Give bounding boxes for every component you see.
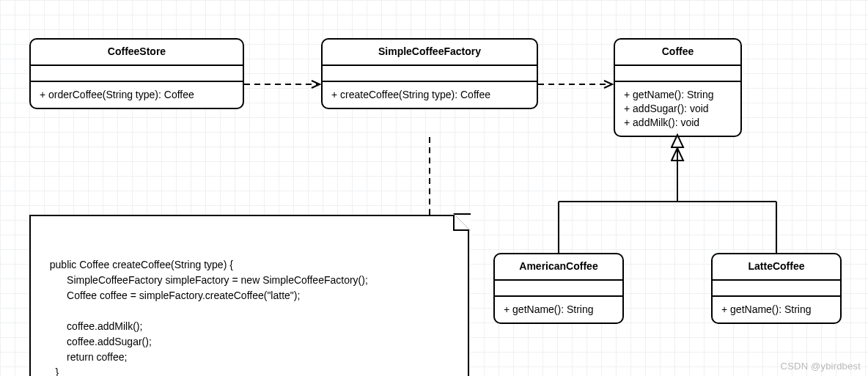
note-fold-icon xyxy=(453,215,469,231)
code-note: public Coffee createCoffee(String type) … xyxy=(29,215,469,376)
class-coffee-store: CoffeeStore + orderCoffee(String type): … xyxy=(29,38,244,109)
watermark: CSDN @ybirdbest xyxy=(781,361,861,372)
class-title: AmericanCoffee xyxy=(495,254,622,279)
class-latte-coffee: LatteCoffee + getName(): String xyxy=(711,253,842,324)
class-operations: + orderCoffee(String type): Coffee xyxy=(31,81,243,108)
class-operations: + getName(): String + addSugar(): void +… xyxy=(615,81,740,136)
class-operations: + getName(): String xyxy=(495,295,622,322)
class-attributes xyxy=(495,279,622,295)
class-title: CoffeeStore xyxy=(31,40,243,64)
class-american-coffee: AmericanCoffee + getName(): String xyxy=(493,253,624,324)
class-operations: + getName(): String xyxy=(713,295,840,322)
class-attributes xyxy=(615,64,740,81)
class-simple-coffee-factory: SimpleCoffeeFactory + createCoffee(Strin… xyxy=(321,38,538,109)
class-attributes xyxy=(323,64,537,81)
class-attributes xyxy=(31,64,243,81)
note-code: public Coffee createCoffee(String type) … xyxy=(44,259,368,376)
class-operations: + createCoffee(String type): Coffee xyxy=(323,81,537,108)
class-title: LatteCoffee xyxy=(713,254,840,279)
class-title: Coffee xyxy=(615,40,740,64)
class-attributes xyxy=(713,279,840,295)
class-title: SimpleCoffeeFactory xyxy=(323,40,537,64)
class-coffee: Coffee + getName(): String + addSugar():… xyxy=(614,38,742,137)
